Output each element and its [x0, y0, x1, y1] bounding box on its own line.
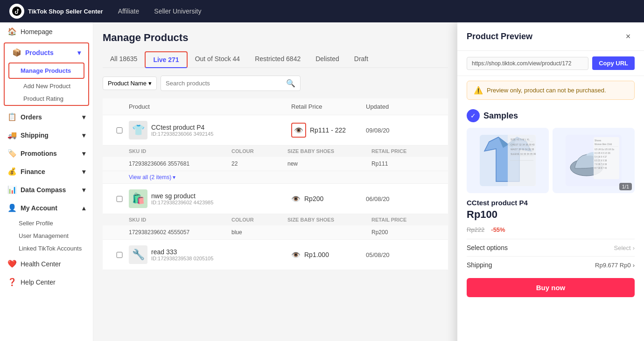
svg-point-0	[12, 7, 21, 16]
sidebar-section-orders[interactable]: 📋 Orders ▾	[0, 108, 93, 126]
health-center-icon: ❤️	[7, 259, 17, 268]
sku-row-1-0: 172938239602 4555057 blue Rp200	[103, 225, 448, 240]
sku-header-0: SKU ID Colour Size Baby Shoes Retail Pri…	[103, 146, 448, 157]
preview-product-name: CCtest product P4	[467, 199, 635, 207]
product-checkbox-1[interactable]	[110, 196, 129, 202]
sidebar-sub-linked-tiktok-accounts[interactable]: Linked TikTok Accounts	[0, 242, 93, 255]
sidebar-item-help-center[interactable]: ❓ Help Center	[0, 273, 93, 291]
product-image-shirt: SIZE XS S M L XL CHEST 32 34 36 38 40 WA…	[467, 128, 549, 193]
preview-eye-button-0[interactable]: 👁️	[291, 123, 306, 138]
preview-price-old: Rp222	[467, 226, 484, 233]
product-date-1: 06/08/20	[366, 195, 441, 202]
warning-icon: ⚠️	[474, 86, 483, 95]
tab-draft[interactable]: Draft	[347, 51, 376, 68]
preview-eye-icon-1[interactable]: 👁️	[291, 195, 301, 203]
col-product-label: Product	[129, 103, 291, 110]
product-checkbox-0[interactable]	[110, 127, 129, 133]
home-icon: 🏠	[7, 27, 17, 36]
col-checkbox	[110, 103, 129, 110]
search-box[interactable]: 🔍	[161, 76, 301, 91]
sidebar-sub-user-management[interactable]: User Management	[0, 230, 93, 242]
img-counter: 1/1	[619, 183, 632, 190]
chevron-shipping-icon: ›	[633, 262, 635, 269]
shipping-label: Shipping	[467, 261, 492, 269]
preview-warning: ⚠️ Preview only, product can not be purc…	[467, 81, 635, 100]
sidebar: 🏠 Homepage 📦 Products ▾ Manage Products …	[0, 22, 93, 341]
chevron-products-icon: ▾	[77, 49, 81, 56]
chevron-promotions-icon: ▾	[82, 150, 85, 157]
tab-delisted[interactable]: Delisted	[308, 51, 347, 68]
buy-now-button[interactable]: Buy now	[467, 278, 635, 297]
sku-col-size-label: Size Baby Shoes	[287, 148, 371, 154]
sidebar-section-promotions[interactable]: 🏷️ Promotions ▾	[0, 144, 93, 162]
url-row: Copy URL	[457, 51, 644, 76]
product-price-actions-0: 👁️ Rp111 - 222	[291, 123, 366, 138]
preview-eye-icon-2[interactable]: 👁️	[291, 251, 301, 259]
app-title: TikTok Shop Seller Center	[28, 8, 103, 15]
field-selector[interactable]: Product Name ▾	[103, 77, 157, 90]
product-info-1: 🛍️ nwe sg product ID:172938239602 442398…	[129, 189, 291, 208]
col-updated-label: Updated	[366, 103, 441, 110]
main-layout: 🏠 Homepage 📦 Products ▾ Manage Products …	[0, 22, 644, 341]
nav-seller-university[interactable]: Seller University	[154, 7, 201, 15]
product-row-2: 🔧 read 333 ID:172938239538 0205105 👁️ Rp…	[103, 240, 448, 270]
product-price-actions-1: 👁️ Rp200	[291, 195, 366, 203]
sidebar-item-homepage[interactable]: 🏠 Homepage	[0, 22, 93, 41]
sidebar-section-my-account[interactable]: 👤 My Account ▴	[0, 199, 93, 217]
product-checkbox-2[interactable]	[110, 252, 129, 258]
tab-restricted[interactable]: Restricted 6842	[247, 51, 308, 68]
main-content: Manage Products All 18635 Live 271 Out o…	[93, 22, 457, 341]
top-nav: TikTok Shop Seller Center Affiliate Sell…	[0, 0, 644, 22]
copy-url-button[interactable]: Copy URL	[592, 56, 635, 70]
sku-id-1-0: 172938239602 4555057	[129, 229, 231, 236]
samples-label: Samples	[483, 111, 518, 121]
svg-text:8  7  39  8   7   40: 8 7 39 8 7 40	[595, 167, 607, 169]
nav-affiliate[interactable]: Affiliate	[118, 7, 140, 15]
tiktok-logo-icon	[9, 4, 24, 19]
tab-live[interactable]: Live 271	[145, 51, 187, 68]
tab-out-of-stock[interactable]: Out of Stock 44	[188, 51, 248, 68]
product-info-2: 🔧 read 333 ID:172938239538 0205105	[129, 245, 291, 264]
product-id-0: ID:172938236066 3492145	[151, 131, 213, 137]
select-options-button[interactable]: Select ›	[614, 244, 635, 251]
preview-discount-badge: -55%	[491, 226, 505, 233]
search-input[interactable]	[166, 80, 286, 87]
sku-size-0-0: new	[287, 160, 371, 167]
svg-text:SLEEVE 32 33 34 35 36: SLEEVE 32 33 34 35 36	[511, 153, 536, 155]
tab-all[interactable]: All 18635	[103, 51, 145, 68]
chevron-shipping-icon: ▾	[82, 132, 85, 139]
sku-col-price-label: Retail Price	[371, 148, 446, 154]
product-date-2: 05/08/20	[366, 251, 441, 258]
view-all-0[interactable]: View all (2 items) ▾	[103, 171, 448, 184]
shipping-row: Shipping Rp9.677 Rp0 ›	[467, 256, 635, 273]
chevron-account-icon: ▴	[82, 204, 85, 212]
close-preview-button[interactable]: ×	[622, 30, 635, 43]
sidebar-item-health-center[interactable]: ❤️ Health Center	[0, 255, 93, 273]
sidebar-sub-product-rating[interactable]: Product Rating	[5, 92, 88, 105]
my-account-icon: 👤	[7, 203, 17, 212]
chevron-finance-icon: ▾	[82, 168, 85, 175]
sidebar-sub-seller-profile[interactable]: Seller Profile	[0, 217, 93, 230]
product-tabs: All 18635 Live 271 Out of Stock 44 Restr…	[103, 51, 448, 68]
select-options-label: Select options	[467, 244, 508, 251]
product-thumb-0: 👕	[129, 121, 147, 139]
chevron-orders-icon: ▾	[82, 113, 85, 121]
svg-text:5  4  36  5   4   37: 5 4 36 5 4 37	[595, 156, 607, 158]
product-images: SIZE XS S M L XL CHEST 32 34 36 38 40 WA…	[467, 128, 635, 193]
sku-colour-0-0: 22	[231, 160, 287, 167]
preview-price-row: Rp100	[467, 209, 635, 221]
product-thumb-2: 🔧	[129, 245, 147, 264]
sidebar-section-shipping[interactable]: 🚚 Shipping ▾	[0, 126, 93, 144]
product-url-input[interactable]	[467, 57, 588, 70]
product-info-0: 👕 CCtest product P4 ID:172938236066 3492…	[129, 121, 291, 139]
svg-text:Shoes: Shoes	[595, 139, 602, 142]
sidebar-section-products[interactable]: 📦 Products ▾	[5, 43, 88, 62]
product-row-0: 👕 CCtest product P4 ID:172938236066 3492…	[103, 115, 448, 184]
sidebar-section-data-compass[interactable]: 📊 Data Compass ▾	[0, 181, 93, 199]
table-header: Product Retail Price Updated	[103, 98, 448, 115]
sidebar-section-finance[interactable]: 💰 Finance ▾	[0, 162, 93, 181]
product-price-0: Rp111 - 222	[310, 126, 346, 134]
sidebar-sub-manage-products[interactable]: Manage Products	[13, 64, 80, 77]
finance-icon: 💰	[7, 167, 17, 176]
sidebar-sub-add-new-product[interactable]: Add New Product	[5, 80, 88, 92]
